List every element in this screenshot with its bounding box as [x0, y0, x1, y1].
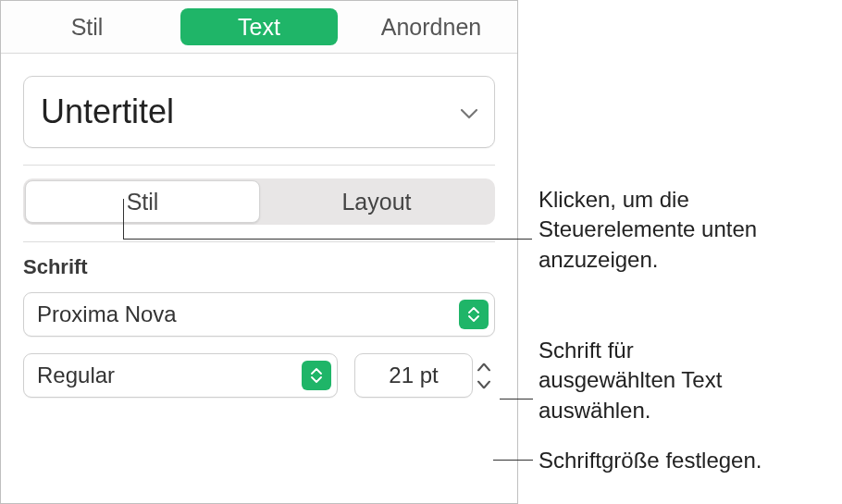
inspector-panel: Stil Text Anordnen Untertitel Stil [0, 0, 518, 504]
subtab-segmented: Stil Layout [23, 178, 495, 225]
font-size-input[interactable]: 21 pt [354, 353, 473, 398]
font-size-stepper [474, 359, 494, 393]
tab-text[interactable]: Text [173, 1, 345, 53]
font-family-dropdown[interactable]: Proxima Nova [23, 292, 495, 337]
tab-anordnen[interactable]: Anordnen [345, 1, 517, 53]
subtab-label: Layout [341, 189, 411, 215]
divider [23, 241, 495, 242]
root: Stil Text Anordnen Untertitel Stil [0, 0, 842, 504]
updown-arrows-icon [459, 300, 489, 329]
top-tabs: Stil Text Anordnen [1, 1, 517, 54]
callout-line [493, 460, 533, 461]
tab-stil[interactable]: Stil [1, 1, 173, 53]
font-row-two: Regular 21 pt [23, 353, 495, 398]
font-weight-value: Regular [37, 363, 115, 388]
subtab-stil[interactable]: Stil [25, 180, 260, 223]
chevron-down-icon [461, 106, 477, 117]
paragraph-style-value: Untertitel [41, 92, 174, 131]
callout-line [123, 239, 532, 240]
annotations: Klicken, um die Steuerelemente unten anz… [518, 0, 842, 504]
font-size-value: 21 pt [355, 363, 472, 388]
tab-label: Stil [71, 14, 104, 41]
updown-arrows-icon [302, 361, 331, 390]
callout-line [500, 399, 533, 400]
callout-line [123, 199, 124, 239]
divider [23, 165, 495, 166]
callout-subtab: Klicken, um die Steuerelemente unten anz… [539, 185, 779, 275]
font-weight-dropdown[interactable]: Regular [23, 353, 338, 398]
callout-font: Schrift für ausgewählten Text auswählen. [539, 336, 751, 425]
subtab-layout[interactable]: Layout [260, 180, 493, 223]
stepper-up[interactable] [474, 359, 494, 375]
font-section-label: Schrift [23, 255, 495, 279]
panel-body: Untertitel Stil Layout Schrift Proxima N… [1, 54, 517, 398]
callout-size: Schriftgröße festlegen. [539, 446, 835, 475]
stepper-down[interactable] [474, 376, 494, 393]
paragraph-style-picker[interactable]: Untertitel [23, 76, 495, 148]
tab-label: Text [238, 14, 280, 41]
font-family-value: Proxima Nova [37, 301, 177, 327]
tab-label: Anordnen [381, 14, 481, 41]
subtab-label: Stil [127, 189, 159, 215]
